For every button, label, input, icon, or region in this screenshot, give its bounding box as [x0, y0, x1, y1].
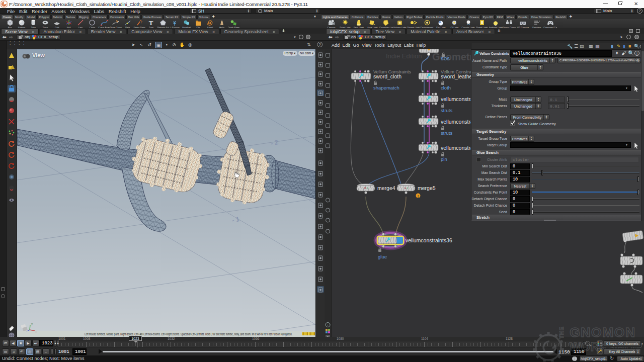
svg-text:i: i: [328, 324, 328, 327]
svg-text:merge4: merge4: [377, 185, 395, 191]
svg-text:T: T: [149, 19, 153, 26]
svg-text:pin: pin: [441, 156, 447, 162]
svg-text:y: y: [31, 322, 33, 325]
svg-text:!: !: [418, 195, 419, 198]
svg-text:struts: struts: [441, 130, 452, 136]
svg-text:SOS: SOS: [441, 56, 450, 61]
svg-text:- 1: - 1: [231, 215, 240, 224]
svg-text:vellumconstraints36: vellumconstraints36: [406, 237, 452, 243]
svg-text:merge5: merge5: [418, 185, 436, 191]
svg-text:struts: struts: [441, 108, 452, 113]
svg-text:Indie Edition: Indie Edition: [386, 52, 422, 60]
svg-text:cloth: cloth: [441, 85, 451, 90]
svg-text:- 2: - 2: [270, 138, 279, 147]
svg-text:sword_cloth: sword_cloth: [373, 73, 401, 79]
svg-text:glue: glue: [378, 254, 387, 259]
svg-text:shapematch: shapematch: [373, 85, 399, 90]
